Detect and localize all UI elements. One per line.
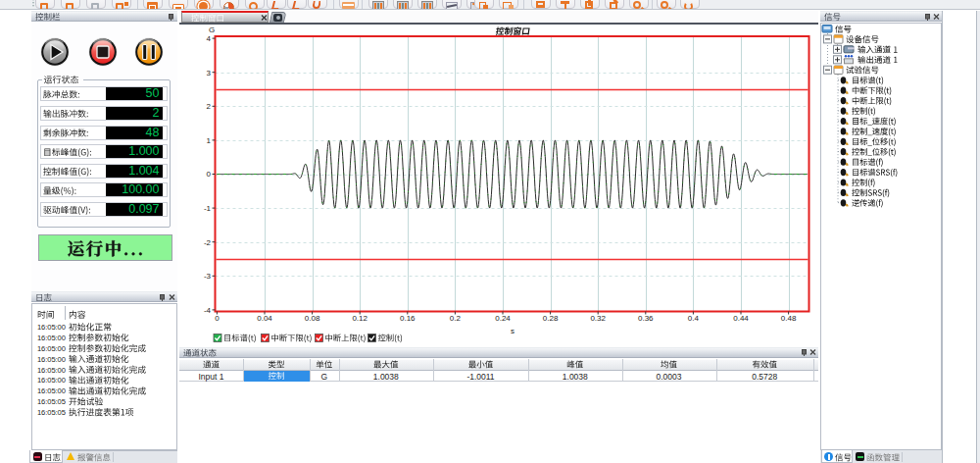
- svg-text:0.4: 0.4: [688, 314, 700, 323]
- svg-text:0.32: 0.32: [590, 314, 606, 323]
- svg-text:4: 4: [207, 34, 212, 43]
- svg-text:G: G: [209, 26, 215, 34]
- svg-text:0.04: 0.04: [257, 314, 272, 323]
- svg-text:-1: -1: [204, 204, 212, 213]
- svg-text:0: 0: [215, 314, 220, 323]
- svg-text:3: 3: [207, 69, 212, 77]
- svg-text:0.28: 0.28: [543, 314, 559, 323]
- svg-text:s: s: [511, 327, 514, 335]
- svg-text:1: 1: [207, 136, 212, 145]
- svg-text:0.12: 0.12: [352, 314, 368, 323]
- svg-text:-3: -3: [204, 272, 212, 281]
- svg-text:0.36: 0.36: [638, 314, 654, 323]
- svg-text:2: 2: [207, 102, 212, 111]
- svg-text:0.44: 0.44: [733, 314, 749, 323]
- svg-text:-4: -4: [204, 306, 212, 315]
- svg-text:0.08: 0.08: [305, 314, 320, 323]
- svg-text:0.48: 0.48: [781, 314, 797, 323]
- svg-text:0: 0: [207, 170, 212, 179]
- svg-text:0.16: 0.16: [400, 314, 416, 323]
- svg-text:0.24: 0.24: [495, 314, 511, 323]
- svg-text:-2: -2: [204, 238, 212, 247]
- svg-text:0.2: 0.2: [450, 314, 462, 323]
